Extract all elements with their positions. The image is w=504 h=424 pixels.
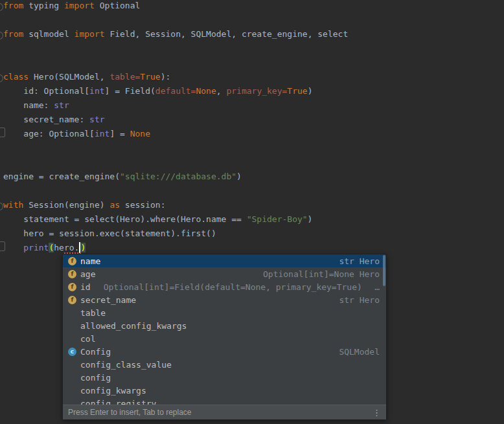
completion-type-hint: … [374,282,380,292]
gutter-marker-icon[interactable] [0,128,5,137]
ide-window: from typing import Optionalfrom sqlmodel… [0,0,504,424]
field-icon: f [68,296,76,304]
code-line[interactable]: from typing import Optional [3,0,348,13]
completion-label: Config [80,347,111,357]
code-line[interactable]: name: str [3,98,348,113]
completion-item[interactable]: config_kwargs [63,384,386,397]
field-icon: f [68,283,76,291]
text-caret [79,242,80,253]
code-line[interactable]: from sqlmodel import Field, Session, SQL… [3,27,348,41]
completion-signature: Optional[int]=Field(default=None, primar… [104,282,362,292]
code-line[interactable] [3,56,348,70]
code-line[interactable]: class Hero(SQLModel, table=True): [3,70,348,84]
completion-item[interactable]: fsecret_namestr Hero [63,293,386,306]
completion-label: col [80,334,95,344]
completion-label: config_kwargs [80,386,146,396]
popup-footer-hint: Press Enter to insert, Tab to replace [68,408,192,417]
class-icon: c [68,348,76,356]
popup-footer: Press Enter to insert, Tab to replace ⋮ [63,405,386,419]
popup-list: fnamestr HerofageOptional[int]=None Hero… [63,254,386,405]
more-options-icon[interactable]: ⋮ [372,408,381,417]
code-area[interactable]: from typing import Optionalfrom sqlmodel… [3,0,348,255]
completion-item[interactable]: fidOptional[int]=Field(default=None, pri… [63,280,386,293]
completion-label: config_registry [80,399,156,405]
completion-label: age [80,269,95,279]
code-line[interactable] [3,13,348,27]
completion-item[interactable]: table [63,306,386,319]
code-line[interactable]: engine = create_engine("sqlite:///databa… [3,170,348,184]
completion-label: config [80,373,111,383]
completion-item[interactable]: allowed_config_kwargs [63,319,386,332]
completion-item[interactable]: col [63,332,386,345]
autocomplete-popup: fnamestr HerofageOptional[int]=None Hero… [62,254,387,419]
completion-item[interactable]: fnamestr Hero [63,254,386,267]
code-line[interactable] [3,184,348,198]
completion-type-hint: str Hero [339,295,380,305]
popup-scrollbar[interactable] [383,255,385,286]
code-line[interactable]: hero = session.exec(statement).first() [3,227,348,241]
completion-label: secret_name [80,295,136,305]
code-line[interactable] [3,141,348,155]
code-line[interactable]: statement = select(Hero).where(Hero.name… [3,212,348,227]
code-line[interactable] [3,155,348,170]
code-line[interactable]: secret_name: str [3,113,348,127]
completion-type-hint: str Hero [339,256,380,266]
code-line[interactable]: age: Optional[int] = None [3,127,348,141]
completion-label: config_class_value [80,360,172,370]
completion-label: id [80,282,91,292]
field-icon: f [68,257,76,265]
field-icon: f [68,270,76,278]
code-line[interactable]: print(hero.) [3,241,348,255]
completion-type-hint: Optional[int]=None Hero [263,269,380,279]
completion-item[interactable]: config_registry [63,397,386,405]
code-line[interactable]: id: Optional[int] = Field(default=None, … [3,84,348,98]
completion-item[interactable]: config_class_value [63,358,386,371]
gutter-marker-icon[interactable] [0,241,5,251]
completion-label: name [80,256,100,266]
completion-type-hint: SQLModel [339,347,380,357]
code-line[interactable] [3,41,348,56]
completion-item[interactable]: fageOptional[int]=None Hero [63,267,386,280]
completion-item[interactable]: cConfigSQLModel [63,345,386,358]
completion-label: allowed_config_kwargs [80,321,187,331]
completion-item[interactable]: config [63,371,386,384]
completion-label: table [80,308,106,318]
code-line[interactable]: with Session(engine) as session: [3,198,348,212]
